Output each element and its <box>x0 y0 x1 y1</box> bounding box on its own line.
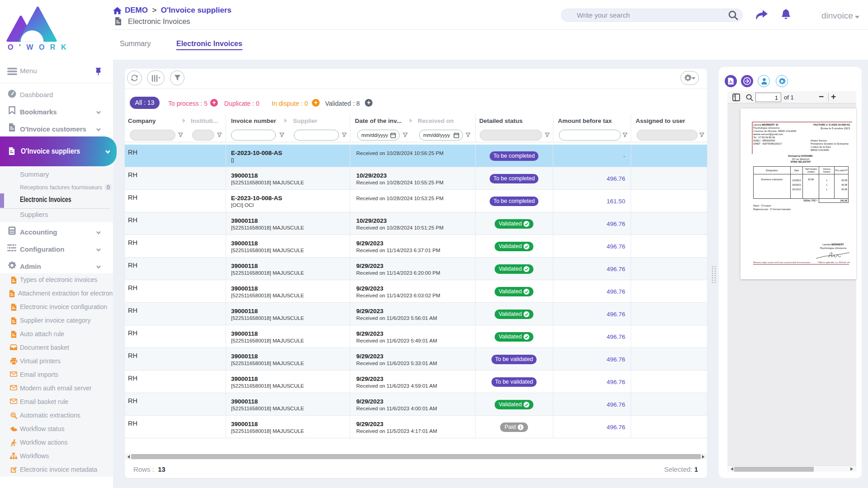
svg-text:O'WORK: O'WORK <box>8 43 72 51</box>
